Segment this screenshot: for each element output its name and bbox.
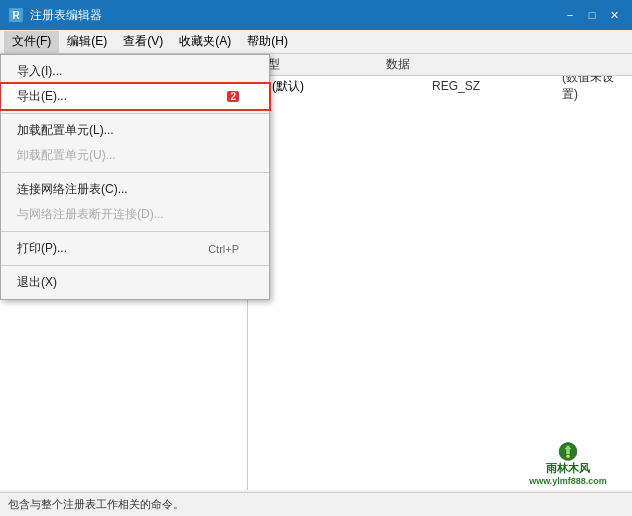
dd-load[interactable]: 加载配置单元(L)... — [1, 118, 269, 143]
menu-favorites[interactable]: 收藏夹(A) — [171, 31, 239, 53]
restore-button[interactable]: □ — [582, 5, 602, 25]
col-header-data: 数据 — [378, 56, 632, 73]
reg-data-default: (数值未设置) — [562, 76, 628, 103]
dd-print[interactable]: 打印(P)... Ctrl+P — [1, 236, 269, 261]
reg-name-default: (默认) — [272, 78, 432, 95]
watermark-line1: 雨林木风 — [546, 461, 590, 476]
dd-sep1 — [1, 113, 269, 114]
watermark-line2: www.ylmf888.com — [529, 476, 607, 486]
dd-export[interactable]: 导出(E)... 2 — [1, 84, 269, 109]
menu-file[interactable]: 文件(F) — [4, 31, 59, 53]
app-icon: R — [8, 7, 24, 23]
dd-export-badge: 2 — [227, 91, 239, 102]
dd-sep3 — [1, 231, 269, 232]
dd-print-shortcut: Ctrl+P — [208, 243, 239, 255]
dd-connect[interactable]: 连接网络注册表(C)... — [1, 177, 269, 202]
watermark-logo — [552, 442, 584, 461]
reg-type-default: REG_SZ — [432, 79, 562, 93]
menu-bar: 文件(F) 编辑(E) 查看(V) 收藏夹(A) 帮助(H) — [0, 30, 632, 54]
window-controls: − □ ✕ — [560, 5, 624, 25]
dd-unload: 卸载配置单元(U)... — [1, 143, 269, 168]
window-title: 注册表编辑器 — [30, 7, 102, 24]
menu-view[interactable]: 查看(V) — [115, 31, 171, 53]
watermark: 雨林木风 www.ylmf888.com — [508, 442, 628, 486]
file-dropdown[interactable]: 导入(I)... 导出(E)... 2 加载配置单元(L)... 卸载配置单元(… — [0, 54, 270, 300]
svg-text:R: R — [12, 10, 20, 21]
title-bar: R 注册表编辑器 − □ ✕ — [0, 0, 632, 30]
right-panel[interactable]: ab (默认) REG_SZ (数值未设置) — [248, 76, 632, 490]
close-button[interactable]: ✕ — [604, 5, 624, 25]
status-text: 包含与整个注册表工作相关的命令。 — [8, 497, 184, 512]
dd-sep4 — [1, 265, 269, 266]
menu-help[interactable]: 帮助(H) — [239, 31, 296, 53]
dd-exit[interactable]: 退出(X) — [1, 270, 269, 295]
status-bar: 包含与整个注册表工作相关的命令。 — [0, 492, 632, 516]
menu-edit[interactable]: 编辑(E) — [59, 31, 115, 53]
dd-sep2 — [1, 172, 269, 173]
minimize-button[interactable]: − — [560, 5, 580, 25]
reg-row-default[interactable]: ab (默认) REG_SZ (数值未设置) — [248, 76, 632, 96]
dd-import[interactable]: 导入(I)... — [1, 59, 269, 84]
svg-point-6 — [566, 454, 570, 458]
dd-disconnect: 与网络注册表断开连接(D)... — [1, 202, 269, 227]
